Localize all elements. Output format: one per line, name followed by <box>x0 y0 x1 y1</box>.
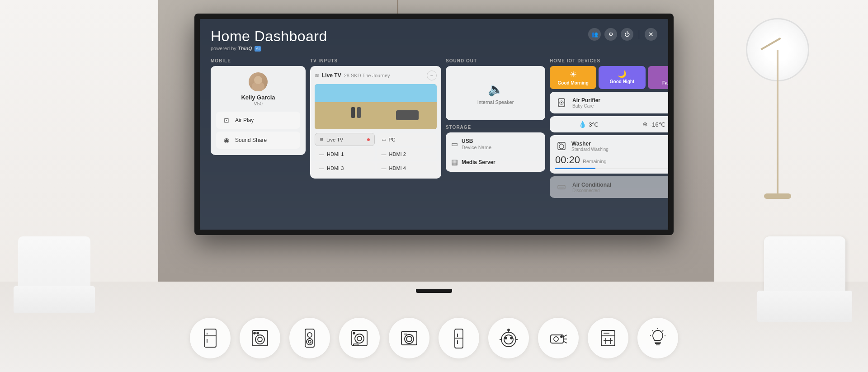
svg-line-49 <box>563 341 567 343</box>
tv-stand <box>416 289 452 293</box>
favorite-button[interactable]: ★ Favorite <box>648 66 668 89</box>
svg-line-63 <box>652 330 653 331</box>
storage-divider <box>451 154 540 154</box>
front-loader-icon-circle[interactable] <box>389 318 429 358</box>
freezer-temp-value: -16℃ <box>650 121 665 128</box>
sun-icon: ☀ <box>570 70 577 80</box>
sound-label: Internal Speaker <box>477 99 514 105</box>
robot-icon-circle[interactable] <box>488 318 529 358</box>
airplay-button[interactable]: ⊡ Air Play <box>216 112 300 129</box>
user-name: Keily Garcia <box>241 94 275 101</box>
power-button[interactable]: ⏻ <box>621 28 633 41</box>
preview-figures <box>351 107 361 118</box>
thinq-label: powered by ThinQ AI <box>211 46 327 51</box>
dishwasher-icon-circle[interactable] <box>588 318 628 358</box>
pc-button[interactable]: ▭ PC <box>377 133 437 146</box>
hdmi3-icon: — <box>319 165 324 171</box>
air-purifier-sub: Baby Care <box>572 104 600 108</box>
good-morning-button[interactable]: ☀ Good Morning <box>550 66 596 89</box>
washer-card: Washer Standard Washing 00:20 Remaining <box>550 135 668 174</box>
mobile-section: MOBILE Keily Garcia V50 ⊡ Air Play <box>211 58 306 155</box>
svg-rect-52 <box>601 330 615 346</box>
tower-speaker-icon-circle[interactable] <box>289 318 330 358</box>
svg-point-45 <box>508 329 509 331</box>
fridge-temps-card: 💧 3℃ ❄ -16℃ <box>550 116 668 132</box>
usb-sub: Device Name <box>462 145 491 150</box>
media-server-item[interactable]: ▦ Media Server <box>451 158 540 166</box>
live-tv-button[interactable]: ≋ Live TV <box>315 133 375 146</box>
live-tv-channel: 28 SKD The Journey <box>344 73 390 78</box>
ac-icon <box>555 181 568 193</box>
washer-name: Washer <box>571 141 609 147</box>
projector-icon-circle[interactable] <box>538 318 579 358</box>
svg-rect-30 <box>401 331 417 345</box>
settings-button[interactable]: ⚙ <box>604 28 617 41</box>
refrigerator-icon-circle[interactable] <box>190 318 231 358</box>
preview-scene <box>315 84 437 129</box>
svg-point-32 <box>406 336 412 342</box>
air-purifier-card: Air Purifier Baby Care ⏻ <box>550 92 668 113</box>
svg-point-4 <box>559 144 564 149</box>
hdmi2-button[interactable]: — HDMI 2 <box>377 148 437 160</box>
washer-time-value: 00:20 <box>555 154 580 166</box>
svg-point-40 <box>505 337 507 339</box>
title-area: Home Dashboard powered by ThinQ AI <box>211 28 327 51</box>
svg-point-28 <box>357 336 362 341</box>
live-tv-info: ≋ Live TV 28 SKD The Journey <box>315 72 390 79</box>
tall-refrigerator-icon-circle[interactable] <box>439 318 479 358</box>
usb-storage-item[interactable]: ▭ USB Device Name <box>451 138 540 150</box>
svg-point-5 <box>559 143 560 144</box>
night-label: Good Night <box>610 79 634 84</box>
input-buttons: ≋ Live TV ▭ PC — HDMI 1 <box>315 133 437 174</box>
tv-frame: Home Dashboard powered by ThinQ AI 👥 ⚙ ⏻… <box>194 14 674 235</box>
svg-line-62 <box>662 330 663 331</box>
washing-machine-icon-circle[interactable] <box>240 318 280 358</box>
hdmi2-icon: — <box>382 151 387 157</box>
iot-modes-row: ☀ Good Morning 🌙 Good Night ★ Favorite <box>550 66 668 89</box>
bottom-icons-row <box>0 318 868 358</box>
air-purifier-left: Air Purifier Baby Care <box>555 96 600 109</box>
speaker-icon: 🔈 <box>488 82 504 97</box>
washer-progress-bar <box>555 168 668 169</box>
fridge-temp-value: 3℃ <box>589 121 599 128</box>
sound-storage-section: SOUND OUT 🔈 Internal Speaker STORAGE ▭ <box>446 58 545 172</box>
svg-point-19 <box>254 332 255 334</box>
expand-button[interactable]: − <box>427 71 437 80</box>
svg-point-17 <box>255 335 264 344</box>
morning-label: Good Morning <box>558 80 589 85</box>
floor-lamp <box>732 18 823 199</box>
media-server-label: Media Server <box>462 159 495 165</box>
fridge-temp: 💧 3℃ <box>579 121 599 128</box>
good-night-button[interactable]: 🌙 Good Night <box>599 66 645 89</box>
air-purifier-icon <box>555 96 568 109</box>
media-server-icon: ▦ <box>451 158 458 166</box>
soundshare-button[interactable]: ◉ Sound Share <box>216 132 300 149</box>
signal-icon: ≋ <box>315 72 319 79</box>
close-button[interactable]: ✕ <box>645 28 657 41</box>
svg-rect-21 <box>305 329 314 347</box>
svg-point-31 <box>405 334 414 344</box>
dashboard-header: Home Dashboard powered by ThinQ AI 👥 ⚙ ⏻… <box>211 28 657 51</box>
airplay-icon: ⊡ <box>222 115 231 125</box>
hdmi3-button[interactable]: — HDMI 3 <box>315 162 375 174</box>
svg-point-27 <box>355 334 364 343</box>
iot-section-label: HOME IOT DEVICES <box>550 58 668 63</box>
hdmi4-button[interactable]: — HDMI 4 <box>377 162 437 174</box>
airplay-label: Air Play <box>235 117 254 123</box>
svg-point-29 <box>353 332 355 334</box>
svg-point-23 <box>307 339 313 345</box>
people-button[interactable]: 👥 <box>588 28 601 41</box>
svg-line-48 <box>563 335 567 337</box>
washer-device-icon <box>555 140 568 152</box>
dryer-icon-circle[interactable] <box>339 318 380 358</box>
tv-inputs-section: TV INPUTS ≋ Live TV 28 SKD The Journey − <box>310 58 441 179</box>
svg-point-47 <box>554 337 558 341</box>
tv-preview <box>315 84 437 129</box>
washer-remaining-label: Remaining <box>583 159 607 164</box>
preview-car <box>396 110 419 120</box>
svg-point-18 <box>258 337 262 342</box>
svg-point-51 <box>561 336 562 338</box>
moon-icon: 🌙 <box>618 70 627 78</box>
hdmi1-button[interactable]: — HDMI 1 <box>315 148 375 160</box>
lightbulb-icon-circle[interactable] <box>637 318 678 358</box>
